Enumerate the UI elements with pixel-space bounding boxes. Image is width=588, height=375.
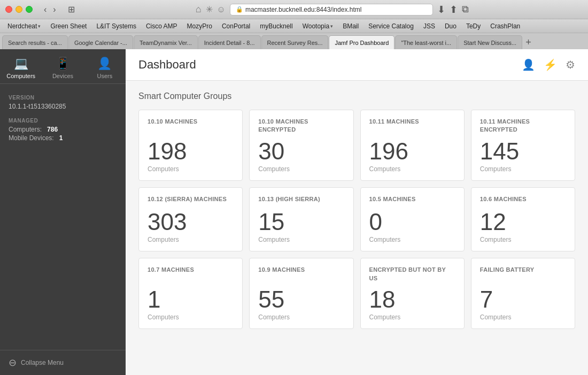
bookmark-lit-systems[interactable]: L&IT Systems: [92, 21, 140, 31]
card-label: FAILING BATTERY: [480, 266, 566, 282]
bookmark-green-sheet[interactable]: Green Sheet: [46, 21, 91, 31]
card-sub: Computers: [480, 165, 566, 173]
minimize-button[interactable]: [16, 6, 22, 13]
tab-search-results[interactable]: Search results - ca...: [2, 35, 68, 49]
card-1010-machines[interactable]: 10.10 MACHINES 198 Computers: [138, 110, 243, 181]
nav-arrows: ‹ ›: [41, 4, 59, 16]
card-label: 10.10 MACHINES ENCRYPTED: [258, 118, 344, 134]
computers-icon: 💻: [14, 57, 28, 71]
main-header: Dashboard 👤 ⚡ ⚙: [126, 49, 588, 81]
extensions-button[interactable]: ✳: [206, 4, 213, 14]
card-1010-encrypted[interactable]: 10.10 MACHINES ENCRYPTED 30 Computers: [249, 110, 353, 181]
card-105-machines[interactable]: 10.5 MACHINES 0 Computers: [360, 187, 465, 251]
settings-button[interactable]: ⚙: [566, 58, 575, 71]
card-number: 15: [258, 209, 344, 235]
card-label: 10.11 MACHINES: [369, 118, 455, 134]
section-title: Smart Computer Groups: [138, 91, 575, 101]
notifications-button[interactable]: ⚡: [544, 58, 557, 71]
user-account-button[interactable]: 👤: [522, 58, 535, 71]
tab-teamdynamix[interactable]: TeamDynamix Ver...: [134, 35, 198, 49]
card-sub: Computers: [369, 165, 455, 173]
card-106-machines[interactable]: 10.6 MACHINES 12 Computers: [471, 187, 575, 251]
sidebar-item-users[interactable]: 👤 Users: [84, 49, 126, 83]
card-number: 198: [148, 139, 234, 164]
bookmark-duo[interactable]: Duo: [440, 21, 461, 31]
collapse-menu-button[interactable]: ⊖ Collapse Menu: [0, 350, 126, 375]
tab-recent-survey[interactable]: Recent Survey Res...: [261, 35, 329, 49]
card-label: 10.6 MACHINES: [480, 195, 566, 205]
card-label: 10.10 MACHINES: [148, 118, 234, 134]
card-107-machines[interactable]: 10.7 MACHINES 1 Computers: [138, 258, 243, 329]
users-label: Users: [97, 73, 112, 79]
card-1013-high-sierra[interactable]: 10.13 (HIGH SIERRA) 15 Computers: [249, 187, 353, 251]
close-button[interactable]: [5, 6, 12, 13]
card-label: 10.9 MACHINES: [258, 266, 344, 282]
tab-jamf-dashboard[interactable]: Jamf Pro Dashboard: [329, 35, 394, 49]
chevron-down-icon: ▾: [38, 24, 41, 29]
sidebar-item-devices[interactable]: 📱 Devices: [42, 49, 83, 83]
address-bar[interactable]: 🔒 macmaster.bucknell.edu:8443/index.html: [230, 4, 433, 16]
back-button[interactable]: ‹: [41, 4, 49, 16]
bookmark-jss[interactable]: JSS: [419, 21, 439, 31]
card-1012-sierra[interactable]: 10.12 (SIERRA) MACHINES 303 Computers: [138, 187, 243, 251]
card-sub: Computers: [480, 313, 566, 321]
header-icons: 👤 ⚡ ⚙: [522, 58, 575, 71]
bookmark-crashplan[interactable]: CrashPlan: [486, 21, 524, 31]
download-button[interactable]: ⬇: [437, 4, 445, 16]
card-number: 303: [148, 209, 234, 235]
traffic-lights: [5, 6, 33, 13]
bookmark-conportal[interactable]: ConPortal: [218, 21, 254, 31]
sidebar-info: VERSION 10.1.1-t1513360285 MANAGED Compu…: [0, 84, 126, 350]
bookmark-mozypro[interactable]: MozyPro: [183, 21, 216, 31]
tabs-bar: Search results - ca... Google Calendar -…: [0, 33, 588, 49]
forward-button[interactable]: ›: [50, 4, 58, 16]
card-label: 10.13 (HIGH SIERRA): [258, 195, 344, 205]
tab-least-worst[interactable]: "The least-worst i...: [395, 35, 457, 49]
managed-section-label: MANAGED: [9, 118, 117, 124]
card-label: 10.12 (SIERRA) MACHINES: [148, 195, 234, 205]
card-sub: Computers: [148, 165, 234, 173]
cards-row-2: 10.12 (SIERRA) MACHINES 303 Computers 10…: [138, 187, 575, 251]
card-encrypted-not-by-us[interactable]: ENCRYPTED BUT NOT BY US 18 Computers: [360, 258, 465, 329]
new-tab-add-button[interactable]: +: [523, 37, 534, 48]
sidebar-toggle-button[interactable]: ⊞: [65, 3, 78, 16]
card-label: 10.7 MACHINES: [148, 266, 234, 282]
bookmarks-bar: Nerdcheat ▾ Green Sheet L&IT Systems Cis…: [0, 19, 588, 33]
bookmark-service-catalog[interactable]: Service Catalog: [364, 21, 418, 31]
bookmark-bmail[interactable]: BMail: [338, 21, 363, 31]
card-failing-battery[interactable]: FAILING BATTERY 7 Computers: [471, 258, 575, 329]
card-sub: Computers: [148, 313, 234, 321]
bookmark-tedy[interactable]: TeDy: [462, 21, 485, 31]
share-button[interactable]: ⬆: [450, 4, 458, 16]
card-number: 1: [148, 287, 234, 312]
collapse-label: Collapse Menu: [21, 359, 64, 366]
sidebar-navigation: 💻 Computers 📱 Devices 👤 Users: [0, 49, 126, 84]
card-109-machines[interactable]: 10.9 MACHINES 55 Computers: [249, 258, 353, 329]
devices-label: Devices: [52, 73, 73, 79]
new-tab-button[interactable]: ⧉: [462, 4, 469, 15]
profile-button[interactable]: ☺: [217, 5, 226, 14]
cards-row-3: 10.7 MACHINES 1 Computers 10.9 MACHINES …: [138, 258, 575, 329]
card-number: 30: [258, 139, 344, 164]
version-value: 10.1.1-t1513360285: [9, 103, 117, 110]
tab-start-new-discuss[interactable]: Start New Discuss...: [458, 35, 522, 49]
computers-count-label: Computers: 786: [9, 126, 117, 133]
tab-google-calendar[interactable]: Google Calendar -...: [68, 35, 133, 49]
sidebar-item-computers[interactable]: 💻 Computers: [0, 49, 42, 83]
version-section-label: VERSION: [9, 95, 117, 101]
bookmark-wootopia[interactable]: Wootopia ▾: [298, 21, 337, 31]
tab-incident-detail[interactable]: Incident Detail - 8...: [198, 35, 261, 49]
bookmark-cisco-amp[interactable]: Cisco AMP: [142, 21, 182, 31]
card-number: 55: [258, 287, 344, 312]
content-area: Smart Computer Groups 10.10 MACHINES 198…: [126, 81, 588, 346]
home-button[interactable]: ⌂: [196, 4, 202, 15]
card-label: 10.5 MACHINES: [369, 195, 455, 205]
card-1011-machines[interactable]: 10.11 MACHINES 196 Computers: [360, 110, 465, 181]
titlebar: ‹ › ⊞ ⌂ ✳ ☺ 🔒 macmaster.bucknell.edu:844…: [0, 0, 588, 19]
fullscreen-button[interactable]: [26, 6, 33, 13]
bookmark-nerdcheat[interactable]: Nerdcheat ▾: [3, 21, 45, 31]
mobile-count-value: 1: [59, 134, 63, 142]
bookmark-mybucknell[interactable]: myBucknell: [256, 21, 297, 31]
chevron-down-icon: ▾: [330, 24, 333, 29]
card-1011-encrypted[interactable]: 10.11 MACHINES ENCRYPTED 145 Computers: [471, 110, 575, 181]
